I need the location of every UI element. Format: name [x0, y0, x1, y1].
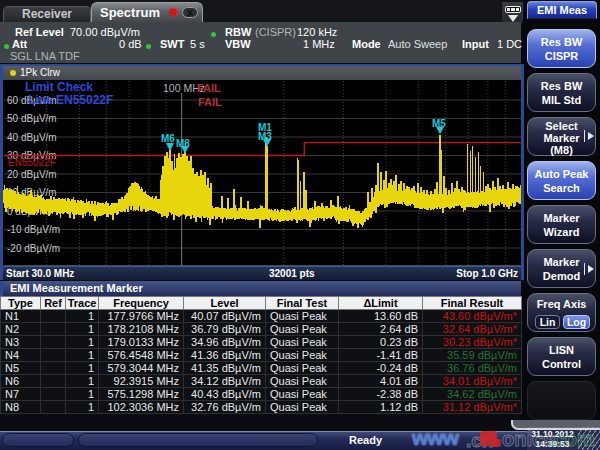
- svg-text:20 dBµV/m: 20 dBµV/m: [7, 169, 57, 180]
- svg-text:M8: M8: [176, 138, 190, 149]
- svg-text:Line EN55022F: Line EN55022F: [28, 93, 113, 107]
- svg-text:40 dBµV/m: 40 dBµV/m: [7, 132, 57, 143]
- svg-text:-20 dBµV/m: -20 dBµV/m: [7, 243, 60, 254]
- svg-text:EN55022F: EN55022F: [8, 157, 56, 168]
- svg-text:M5: M5: [432, 118, 446, 129]
- svg-text:M3: M3: [258, 131, 272, 142]
- svg-text:FAIL: FAIL: [197, 82, 221, 94]
- svg-text:M6: M6: [161, 133, 175, 144]
- svg-text:50 dBµV/m: 50 dBµV/m: [7, 113, 57, 124]
- svg-text:Limit Check: Limit Check: [25, 80, 93, 94]
- svg-text:-10 dBµV/m: -10 dBµV/m: [7, 224, 60, 235]
- svg-text:FAIL: FAIL: [198, 96, 222, 108]
